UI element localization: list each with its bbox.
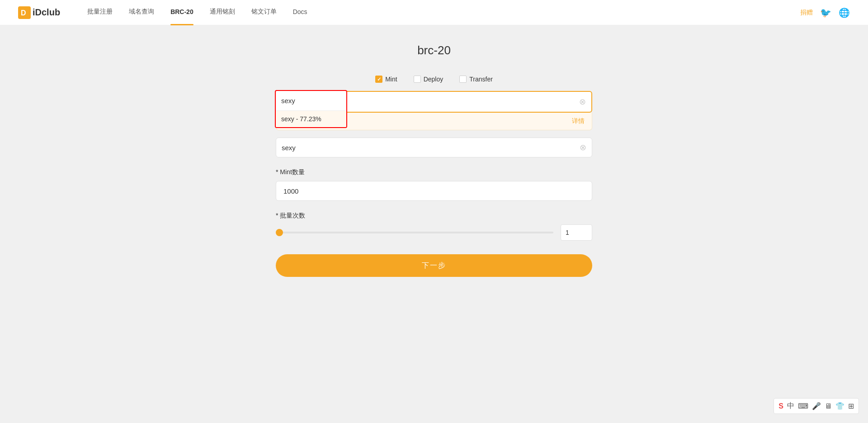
nav-item-docs[interactable]: Docs (293, 8, 307, 17)
dropdown-box: sexy - 77.23% (275, 90, 347, 128)
page-title: brc-20 (417, 43, 451, 57)
checkbox-transfer[interactable]: Transfer (459, 76, 493, 83)
checkbox-row: Mint Deploy Transfer (276, 76, 592, 83)
mint-checkbox-box[interactable] (375, 76, 382, 83)
checkbox-mint[interactable]: Mint (375, 76, 397, 83)
transfer-label: Transfer (469, 76, 493, 83)
twitter-icon[interactable]: 🐦 (820, 7, 831, 18)
mint-count-input[interactable] (283, 187, 585, 195)
deploy-checkbox-box[interactable] (414, 76, 421, 83)
checkbox-deploy[interactable]: Deploy (414, 76, 443, 83)
ticker-input-box: ⊗ (276, 138, 592, 157)
form-container: Mint Deploy Transfer ⊗ (276, 76, 592, 277)
globe-icon[interactable]: 🌐 (839, 7, 850, 18)
mint-label: Mint (385, 76, 397, 83)
ticker-input[interactable] (282, 144, 580, 152)
slider-value-input[interactable] (566, 229, 587, 236)
slider-value-box (561, 224, 592, 241)
header: D iDclub 批量注册 域名查询 BRC-20 通用铭刻 铭文订单 Docs… (0, 0, 868, 25)
deploy-label: Deploy (424, 76, 443, 83)
nav-item-general-inscribe[interactable]: 通用铭刻 (210, 8, 235, 18)
grid-icon[interactable]: ⊞ (848, 402, 854, 410)
nav-item-batch-register[interactable]: 批量注册 (87, 8, 113, 18)
transfer-checkbox-box[interactable] (459, 76, 467, 83)
batch-times-label-text: * 批量次数 (276, 212, 305, 219)
nav-item-domain-query[interactable]: 域名查询 (129, 8, 154, 18)
slider-track[interactable] (276, 232, 553, 233)
donate-button[interactable]: 捐赠 (800, 9, 813, 17)
keyboard-icon[interactable]: ⌨ (798, 402, 808, 410)
next-button[interactable]: 下一步 (276, 254, 592, 277)
mint-count-label: * Mint数量 (276, 168, 592, 176)
slider-thumb[interactable] (276, 229, 283, 236)
clothing-icon[interactable]: 👕 (835, 402, 844, 410)
dropdown-search-input[interactable] (281, 97, 347, 105)
header-right: 捐赠 🐦 🌐 (800, 7, 850, 18)
dropdown-suggestion-item[interactable]: sexy - 77.23% (276, 111, 346, 127)
dropdown-search-row (276, 91, 346, 111)
main-content: brc-20 Mint Deploy Transfer ⊗ (0, 25, 868, 295)
ticker-clear-icon[interactable]: ⊗ (580, 143, 586, 152)
svg-text:D: D (21, 9, 26, 17)
nav: 批量注册 域名查询 BRC-20 通用铭刻 铭文订单 Docs (87, 8, 800, 18)
detail-link[interactable]: 详情 (572, 117, 585, 125)
ticker-row: ⊗ (276, 138, 592, 157)
display-icon[interactable]: 🖥 (825, 402, 832, 410)
nav-item-inscribe-order[interactable]: 铭文订单 (251, 8, 277, 18)
sogou-icon[interactable]: S (778, 402, 783, 410)
logo-text: iDclub (33, 7, 60, 18)
mint-input-box (276, 181, 592, 201)
batch-times-label: * 批量次数 (276, 212, 592, 220)
nav-item-brc20[interactable]: BRC-20 (170, 8, 193, 17)
mint-count-label-text: * Mint数量 (276, 168, 305, 176)
search-wrapper: ⊗ sexy - 77.23% (276, 91, 592, 113)
slider-row (276, 224, 592, 241)
search-clear-icon[interactable]: ⊗ (579, 97, 586, 107)
logo[interactable]: D iDclub (18, 6, 60, 19)
logo-icon: D (18, 6, 31, 19)
batch-section: * 批量次数 (276, 212, 592, 241)
mic-icon[interactable]: 🎤 (812, 402, 821, 410)
mint-count-section: * Mint数量 (276, 168, 592, 201)
bottom-toolbar: S 中 ⌨ 🎤 🖥 👕 ⊞ (774, 398, 859, 414)
chinese-input-icon[interactable]: 中 (787, 401, 794, 411)
